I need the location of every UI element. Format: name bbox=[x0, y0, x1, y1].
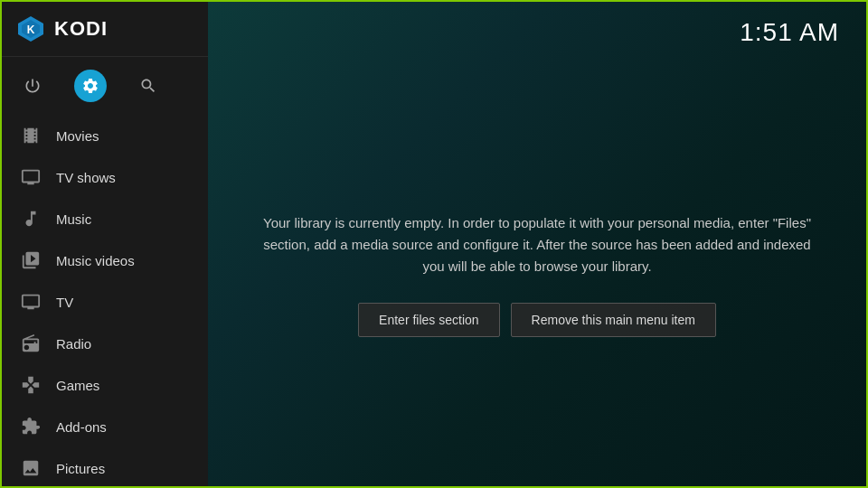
enter-files-button[interactable]: Enter files section bbox=[358, 303, 500, 337]
nav-menu: Movies TV shows Music Music videos TV bbox=[2, 115, 208, 488]
clock-display: 1:51 AM bbox=[740, 18, 839, 47]
sidebar-item-music-label: Music bbox=[56, 211, 91, 227]
settings-button[interactable] bbox=[74, 70, 107, 102]
movies-icon bbox=[20, 125, 42, 146]
action-buttons: Enter files section Remove this main men… bbox=[358, 303, 716, 337]
sidebar-item-movies-label: Movies bbox=[56, 128, 99, 144]
content-area: Your library is currently empty. In orde… bbox=[208, 63, 866, 486]
sidebar: K KODI Movies TV shows bbox=[2, 2, 208, 488]
radio-icon bbox=[20, 333, 42, 354]
remove-menu-item-button[interactable]: Remove this main menu item bbox=[511, 303, 716, 337]
power-button[interactable] bbox=[16, 70, 49, 102]
sidebar-item-tv-label: TV bbox=[56, 295, 73, 310]
tv-icon bbox=[20, 291, 42, 313]
sidebar-item-games-label: Games bbox=[56, 378, 99, 393]
kodi-logo-icon: K bbox=[16, 14, 45, 43]
svg-text:K: K bbox=[27, 23, 35, 36]
settings-icon bbox=[81, 77, 99, 95]
sidebar-item-tv[interactable]: TV bbox=[2, 281, 208, 323]
sidebar-item-games[interactable]: Games bbox=[2, 364, 208, 406]
sidebar-item-pictures-label: Pictures bbox=[56, 461, 105, 476]
power-icon bbox=[24, 77, 42, 95]
sidebar-item-tv-shows-label: TV shows bbox=[56, 170, 116, 185]
sidebar-icon-bar bbox=[2, 57, 208, 115]
add-ons-icon bbox=[20, 416, 42, 437]
search-button[interactable] bbox=[132, 70, 165, 102]
main-content: 1:51 AM Your library is currently empty.… bbox=[208, 2, 866, 486]
sidebar-item-tv-shows[interactable]: TV shows bbox=[2, 156, 208, 198]
library-empty-message: Your library is currently empty. In orde… bbox=[262, 212, 812, 277]
sidebar-item-music-videos-label: Music videos bbox=[56, 253, 135, 268]
search-icon bbox=[139, 77, 157, 95]
sidebar-item-add-ons[interactable]: Add-ons bbox=[2, 406, 208, 447]
sidebar-item-add-ons-label: Add-ons bbox=[56, 419, 107, 435]
sidebar-header: K KODI bbox=[2, 2, 208, 57]
pictures-icon bbox=[20, 457, 42, 479]
music-videos-icon bbox=[20, 249, 42, 271]
sidebar-item-music[interactable]: Music bbox=[2, 198, 208, 239]
sidebar-item-radio-label: Radio bbox=[56, 336, 91, 352]
music-icon bbox=[20, 208, 42, 230]
app-title: KODI bbox=[54, 17, 108, 41]
sidebar-item-music-videos[interactable]: Music videos bbox=[2, 239, 208, 281]
sidebar-item-radio[interactable]: Radio bbox=[2, 323, 208, 364]
sidebar-item-movies[interactable]: Movies bbox=[2, 115, 208, 156]
top-bar: 1:51 AM bbox=[208, 2, 866, 63]
tv-shows-icon bbox=[20, 166, 42, 188]
games-icon bbox=[20, 374, 42, 396]
sidebar-item-pictures[interactable]: Pictures bbox=[2, 447, 208, 488]
